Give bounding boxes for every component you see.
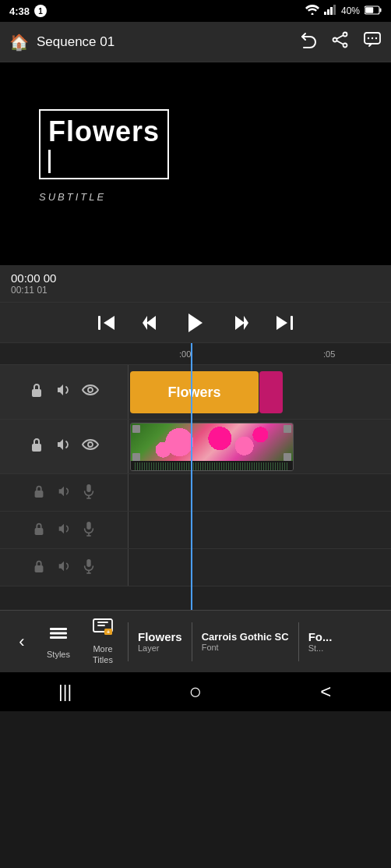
system-menu-button[interactable]: ||| <box>42 676 89 707</box>
font-label: Font <box>202 643 289 652</box>
title-clip-right-extension <box>259 371 283 413</box>
top-nav: 🏠 Sequence 01 <box>0 22 391 62</box>
svg-point-0 <box>311 13 313 16</box>
svg-rect-4 <box>333 5 336 15</box>
svg-text:+: + <box>107 629 110 635</box>
more-titles-tool-item[interactable]: + MoreTitles <box>81 618 125 664</box>
audio-icon[interactable] <box>55 382 71 402</box>
step-forward-button[interactable] <box>231 314 251 331</box>
toolbar-divider <box>128 622 129 661</box>
audio-track-controls-1 <box>0 474 129 511</box>
title-clip-label: Flowers <box>167 384 220 401</box>
step-back-button[interactable] <box>140 314 160 331</box>
home-icon[interactable]: 🏠 <box>9 33 29 51</box>
flowers-title-clip[interactable]: Flowers <box>130 371 259 413</box>
audio-icon-video[interactable] <box>55 437 71 456</box>
status-right: 40% <box>305 5 382 17</box>
svg-rect-17 <box>98 316 100 330</box>
chat-icon[interactable] <box>363 31 382 52</box>
font-name: Carrois Gothic SC <box>202 631 289 643</box>
mic-icon-audio2[interactable] <box>82 521 96 540</box>
svg-rect-19 <box>32 389 41 397</box>
video-waveform <box>131 461 293 471</box>
timeline-spacer <box>0 586 391 610</box>
lock-icon-audio1[interactable] <box>32 484 46 502</box>
svg-rect-32 <box>86 559 90 567</box>
wifi-icon <box>305 5 319 17</box>
title-track-controls <box>0 365 129 419</box>
title-track-row: Flowers <box>0 365 391 420</box>
system-back-button[interactable]: < <box>302 676 349 707</box>
layer-col: Flowers Layer <box>132 630 188 653</box>
share-icon[interactable] <box>332 31 349 52</box>
clip-corner-tl <box>132 425 140 433</box>
flowers-title-text: Flowers <box>48 115 160 148</box>
svg-rect-3 <box>330 7 333 15</box>
svg-point-14 <box>368 37 369 39</box>
clip-corner-tr <box>284 425 291 433</box>
audio-track-controls-3 <box>0 549 129 586</box>
notification-badge: 1 <box>34 5 47 17</box>
mic-icon-audio1[interactable] <box>82 484 96 502</box>
video-track-content <box>129 420 391 473</box>
svg-rect-27 <box>35 528 44 535</box>
font-col[interactable]: Carrois Gothic SC Font <box>196 631 295 652</box>
toolbar-back-button[interactable]: ‹ <box>8 632 36 652</box>
style-col[interactable]: Fo... St... <box>302 630 341 653</box>
svg-rect-28 <box>86 522 90 530</box>
svg-rect-37 <box>50 636 67 639</box>
lock-icon-audio3[interactable] <box>32 558 46 577</box>
audio-track-row-3 <box>0 549 391 586</box>
audio-icon-audio1[interactable] <box>57 484 71 501</box>
audio-icon-audio3[interactable] <box>57 559 71 576</box>
sequence-title: Sequence 01 <box>37 34 291 50</box>
skip-back-button[interactable] <box>97 314 117 331</box>
svg-rect-2 <box>327 9 329 15</box>
video-clip[interactable] <box>130 423 294 471</box>
nav-icons <box>299 31 382 52</box>
lock-icon-audio2[interactable] <box>32 521 46 540</box>
system-home-button[interactable]: ○ <box>172 676 219 707</box>
timeline-ruler: :00 :05 <box>0 343 391 365</box>
svg-rect-23 <box>35 491 44 498</box>
timeline-wrapper: :00 :05 <box>0 343 391 610</box>
status-time: 4:38 <box>9 5 30 17</box>
mic-icon-audio3[interactable] <box>82 558 96 577</box>
svg-point-16 <box>375 37 377 39</box>
undo-icon[interactable] <box>299 31 318 52</box>
clip-corner-br <box>284 453 291 461</box>
audio-icon-audio2[interactable] <box>57 522 71 539</box>
video-track-row <box>0 420 391 474</box>
flowers-text-overlay: Flowers <box>39 109 169 179</box>
eye-icon[interactable] <box>82 384 99 400</box>
audio-track-content-1 <box>129 474 391 511</box>
audio-track-content-3 <box>129 549 391 586</box>
ruler-mark-0: :00 <box>179 349 191 359</box>
svg-rect-21 <box>32 444 41 452</box>
battery-icon <box>365 5 382 17</box>
svg-rect-36 <box>50 632 67 634</box>
signal-icon <box>324 5 336 17</box>
eye-icon-video[interactable] <box>82 438 99 455</box>
more-titles-icon: + <box>92 618 114 641</box>
skip-forward-button[interactable] <box>274 314 294 331</box>
styles-label: Styles <box>47 650 70 659</box>
timecode-main: 00:00 00 <box>11 271 380 285</box>
video-thumbnail <box>131 423 293 461</box>
bottom-toolbar: ‹ Styles + MoreTitles Flowers Laye <box>0 610 391 672</box>
play-button[interactable] <box>184 312 207 334</box>
ruler-mark-5: :05 <box>323 349 335 359</box>
style-name: Fo... <box>308 630 335 643</box>
clip-corner-bl <box>132 453 140 461</box>
svg-point-22 <box>88 442 93 447</box>
svg-rect-31 <box>35 565 44 572</box>
lock-icon[interactable] <box>29 381 44 402</box>
status-left: 4:38 1 <box>9 5 47 17</box>
svg-point-10 <box>343 44 347 48</box>
lock-icon-video[interactable] <box>29 436 44 457</box>
layer-label: Layer <box>138 643 182 653</box>
status-bar: 4:38 1 40% <box>0 0 391 22</box>
styles-tool-item[interactable]: Styles <box>36 625 81 659</box>
svg-line-12 <box>336 41 343 44</box>
audio-track-row-2 <box>0 512 391 549</box>
